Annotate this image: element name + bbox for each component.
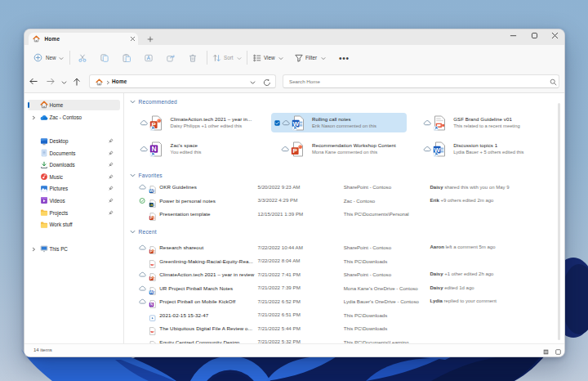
- svg-text:P: P: [149, 276, 152, 280]
- svg-text:W: W: [149, 290, 154, 294]
- svg-text:P: P: [149, 249, 152, 253]
- svg-text:W: W: [149, 190, 154, 194]
- svg-text:P: P: [293, 147, 298, 155]
- svg-text:N: N: [152, 144, 157, 152]
- svg-text:P: P: [149, 216, 152, 220]
